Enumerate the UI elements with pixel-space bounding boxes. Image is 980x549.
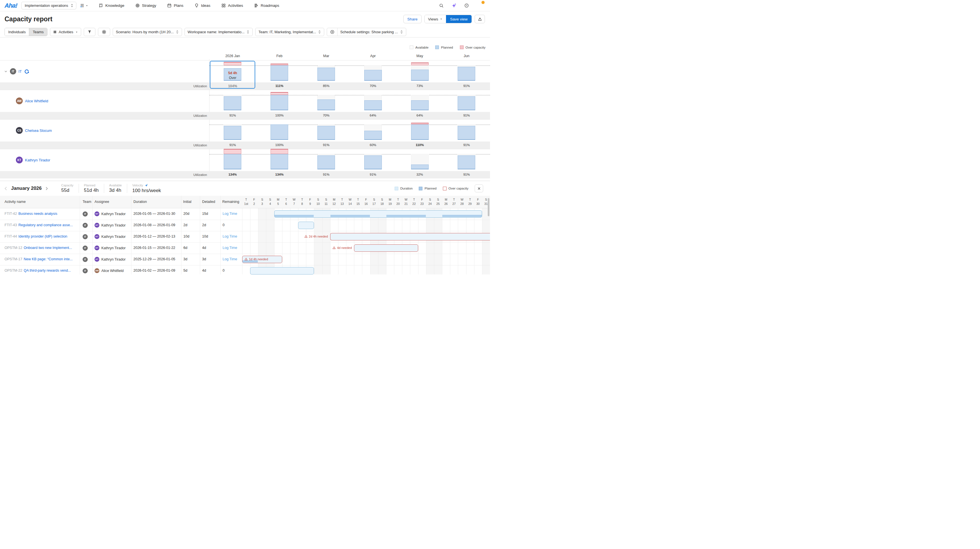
person-name-link[interactable]: Alice Whitfield	[25, 99, 48, 103]
person-name-link[interactable]: Kathryn Tirador	[25, 158, 50, 162]
roadmaps-icon	[254, 3, 259, 8]
legend-duration: Duration	[400, 187, 412, 190]
activity-name-link[interactable]: QA third-party rewards vend...	[24, 268, 71, 273]
month-stats: Capacity55dPlanned51d 4hAvailable3d 4hVe…	[56, 184, 166, 193]
activity-name-cell: OPSTM-22QA third-party rewards vend...	[5, 268, 71, 273]
initial-cell: 3d	[183, 257, 188, 261]
remaining-cell: 0	[223, 268, 224, 273]
legend-available: Available	[415, 46, 428, 49]
share-button[interactable]: Share	[403, 15, 422, 23]
aha-logo[interactable]: Aha!	[5, 2, 18, 10]
x-circle-icon[interactable]	[330, 30, 335, 34]
gantt-planned-strip	[275, 215, 314, 217]
next-month-icon[interactable]	[45, 187, 49, 191]
assignee-avatar: AW	[94, 268, 99, 273]
day-header: S3	[258, 198, 266, 206]
planned-swatch-2	[419, 187, 422, 190]
planned-swatch	[435, 45, 439, 49]
day-header: M5	[274, 198, 282, 206]
planned-bar	[364, 70, 382, 81]
nav-item-label: Activities	[228, 3, 243, 8]
views-dropdown[interactable]: Views	[425, 15, 446, 23]
help-icon[interactable]: ?	[464, 3, 469, 8]
close-panel-button[interactable]	[475, 184, 483, 192]
nav-item-plans[interactable]: Plans	[167, 3, 183, 8]
activity-name-cell: OPSTM-12Onboard two new Implement...	[5, 246, 72, 250]
gantt-bar-duration[interactable]	[250, 267, 314, 274]
utilization-label: Utilization	[184, 114, 207, 117]
planned-bar	[458, 96, 475, 110]
nav-item-label: Roadmaps	[261, 3, 279, 8]
utilization-percent: 91%	[209, 114, 256, 117]
legend-over-capacity: Over capacity	[466, 46, 485, 49]
activity-name-link[interactable]: New KB page: “Common inte...	[24, 257, 73, 261]
team-filter[interactable]: Team: IT, Marketing, Implementat...	[255, 28, 324, 36]
planned-bar	[317, 99, 335, 110]
collapse-chevron-icon[interactable]	[4, 70, 8, 73]
utilization-percent: 91%	[303, 173, 350, 176]
activity-name-cell: OPSTM-17New KB page: “Common inte...	[5, 257, 73, 261]
individuals-tab[interactable]: Individuals	[5, 28, 29, 36]
gantt-bar-duration[interactable]	[298, 222, 314, 229]
gantt-planned-strip	[331, 215, 370, 217]
ai-sparkle-icon[interactable]	[451, 3, 457, 8]
scenario-select[interactable]: Scenario: Hours by month (1H 20...	[113, 28, 182, 36]
log-time-link[interactable]: Log Time	[223, 235, 237, 238]
team-name-link[interactable]: IT	[19, 69, 22, 73]
schedule-settings-filter[interactable]: Schedule settings: Show parking ...	[327, 28, 406, 36]
day-header: S24	[426, 198, 434, 206]
export-button[interactable]	[475, 15, 485, 23]
workspace-filter[interactable]: Workspace name: Implementatio...	[185, 28, 253, 36]
column-header-detailed: Detailed	[202, 200, 215, 204]
activity-name-link[interactable]: Regulatory and compliance asse...	[19, 223, 73, 227]
utilization-percent: 60%	[350, 143, 396, 147]
stat-available: Available3d 4h	[104, 184, 127, 193]
search-icon[interactable]	[439, 3, 444, 8]
list-lines-icon	[80, 3, 84, 8]
nav-item-activities[interactable]: Activities	[221, 3, 243, 8]
team-badge: IT	[83, 234, 88, 239]
gantt-planned-strip	[387, 215, 426, 217]
person-name-link[interactable]: Chelsea Slocum	[25, 128, 52, 133]
utilization-label: Utilization	[184, 173, 207, 177]
person-row-header: AWAlice Whitfield	[16, 97, 48, 105]
teams-tab[interactable]: Teams	[29, 28, 47, 36]
my-work-menu-button[interactable]	[80, 3, 88, 8]
day-header: W28	[458, 198, 466, 206]
activity-id: FTIT-42	[5, 212, 17, 215]
nav-item-knowledge[interactable]: Knowledge	[99, 3, 124, 8]
filter-button[interactable]	[84, 28, 95, 36]
activity-id: OPSTM-17	[5, 257, 22, 261]
nav-item-strategy[interactable]: Strategy	[135, 3, 156, 8]
user-avatar[interactable]	[476, 2, 484, 10]
utilization-label: Utilization	[184, 85, 207, 88]
detailed-cell: 4d	[202, 268, 206, 273]
activity-id: FTIT-44	[5, 235, 17, 238]
assignee-name: Kathryn Tirador	[101, 235, 126, 239]
log-time-link[interactable]: Log Time	[223, 246, 237, 250]
over-capacity-bar	[411, 62, 429, 65]
strategy-icon	[135, 3, 140, 8]
planned-bar	[224, 126, 241, 140]
gantt-bar-over-capacity[interactable]	[354, 244, 418, 252]
nav-item-roadmaps[interactable]: Roadmaps	[254, 3, 279, 8]
column-header-duration: Duration	[134, 200, 147, 204]
legend-planned-2: Planned	[425, 187, 436, 190]
settings-button[interactable]	[98, 28, 110, 36]
utilization-percent: 91%	[443, 114, 490, 117]
log-time-link[interactable]: Log Time	[223, 212, 237, 215]
activities-dropdown[interactable]: Activities	[50, 28, 81, 36]
activity-name-link[interactable]: Onboard two new Implement...	[24, 246, 72, 250]
planned-bar	[317, 155, 335, 169]
assignee-name: Alice Whitfield	[101, 269, 124, 273]
save-view-button[interactable]: Save view	[446, 15, 471, 23]
log-time-link[interactable]: Log Time	[223, 257, 237, 261]
prev-month-icon[interactable]	[3, 186, 8, 191]
workspace-selector[interactable]: Implementation operations	[21, 2, 76, 10]
nav-item-label: Knowledge	[105, 3, 124, 8]
activity-name-link[interactable]: Business needs analysis	[19, 212, 57, 215]
activity-name-link[interactable]: Identity provider (IdP) selection	[19, 235, 67, 238]
gantt-bar-over-capacity[interactable]	[330, 233, 490, 240]
nav-item-ideas[interactable]: Ideas	[194, 3, 210, 8]
ideas-icon	[194, 3, 199, 8]
